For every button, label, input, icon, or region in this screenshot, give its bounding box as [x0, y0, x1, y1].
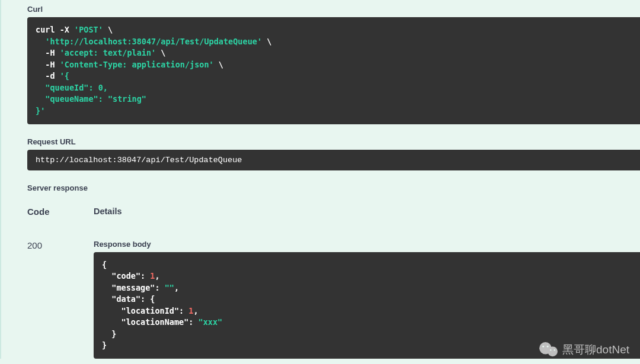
bk1: "queueId": — [36, 83, 98, 92]
curl-url: 'http://localhost:38047/api/Test/UpdateQ… — [45, 37, 262, 46]
response-body-label: Response body — [94, 240, 640, 252]
response-table: Code 200 Details Response body { "code":… — [27, 207, 640, 359]
rvli: 1 — [188, 306, 193, 315]
dend: }' — [36, 106, 45, 115]
request-url-label: Request URL — [27, 133, 640, 150]
curl-block[interactable]: curl -X 'POST' \ 'http://localhost:38047… — [27, 17, 640, 124]
dp: -d — [36, 71, 60, 80]
h1: 'accept: text/plain' — [60, 48, 156, 57]
curl-label: Curl — [27, 0, 640, 17]
status-code: 200 — [27, 240, 94, 250]
bs1: \ — [103, 25, 113, 34]
h1p: -H — [36, 48, 60, 57]
bs3: \ — [156, 48, 165, 57]
code-header: Code — [27, 207, 94, 240]
rvc: 1 — [150, 271, 155, 281]
svg-point-2 — [542, 346, 544, 347]
c1: , — [103, 83, 108, 92]
wechat-icon — [539, 342, 559, 358]
rbo: { — [102, 260, 107, 269]
rkli: "locationId" — [102, 306, 179, 315]
rdc: } — [102, 329, 116, 339]
rdo: { — [150, 294, 155, 304]
svg-point-5 — [554, 349, 555, 350]
rkm: "message" — [102, 283, 155, 292]
rkc: "code" — [102, 271, 140, 281]
rvln: "xxx" — [199, 317, 223, 327]
details-header: Details — [94, 207, 640, 240]
rkd: "data" — [102, 294, 140, 304]
rvm: "" — [165, 283, 174, 292]
h2: 'Content-Type: application/json' — [60, 60, 214, 69]
watermark-text: 黑哥聊dotNet — [562, 342, 629, 357]
bv2: "string" — [108, 94, 146, 104]
bv1: 0 — [98, 83, 103, 92]
rkln: "locationName" — [102, 317, 188, 327]
bk2: "queueName": — [36, 94, 108, 104]
rbc: } — [102, 340, 107, 350]
curl-method: 'POST' — [74, 25, 103, 34]
svg-point-4 — [550, 349, 551, 350]
watermark: 黑哥聊dotNet — [539, 342, 629, 358]
server-response-label: Server response — [27, 179, 640, 196]
dstart: '{ — [60, 71, 69, 80]
svg-point-1 — [548, 346, 558, 356]
svg-point-3 — [547, 346, 549, 347]
bs2: \ — [262, 37, 271, 46]
request-url-block[interactable]: http://localhost:38047/api/Test/UpdateQu… — [27, 150, 640, 170]
curl-cmd: curl -X — [36, 25, 74, 34]
h2p: -H — [36, 60, 60, 69]
bs4: \ — [214, 60, 223, 69]
